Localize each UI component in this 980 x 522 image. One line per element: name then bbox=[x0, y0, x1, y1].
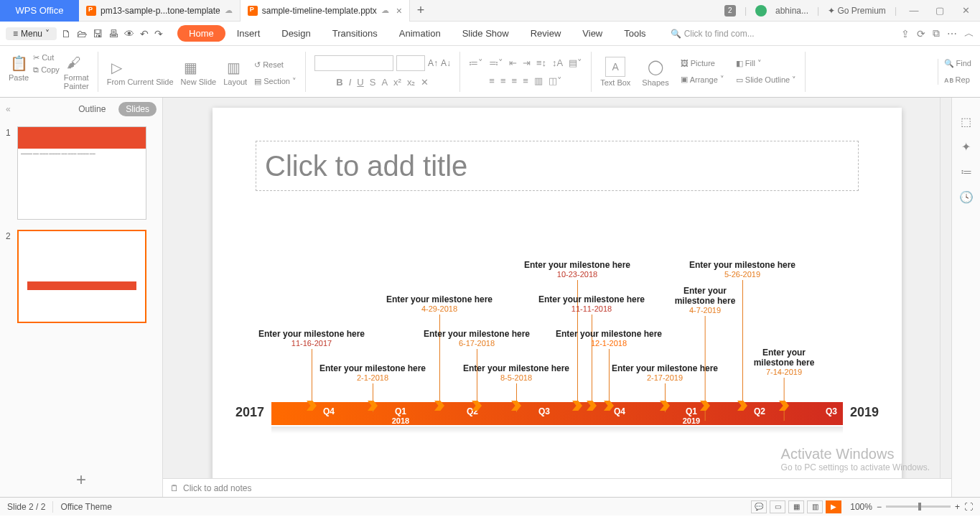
tab-transitions[interactable]: Transitions bbox=[322, 24, 388, 43]
undo-icon[interactable]: ↶ bbox=[140, 28, 149, 39]
tab-view[interactable]: View bbox=[572, 24, 612, 43]
textbox-icon[interactable]: A bbox=[605, 57, 625, 77]
user-name[interactable]: abhina... bbox=[775, 6, 808, 16]
section-button[interactable]: ▤ Section ˅ bbox=[254, 77, 297, 86]
tab-slideshow[interactable]: Slide Show bbox=[452, 24, 519, 43]
maximize-button[interactable]: ▢ bbox=[931, 5, 948, 16]
command-search[interactable]: 🔍 Click to find com... bbox=[671, 29, 755, 39]
reading-view-icon[interactable]: ▥ bbox=[807, 500, 823, 513]
normal-view-icon[interactable]: ▭ bbox=[770, 500, 785, 513]
history-icon[interactable]: 🕓 bbox=[959, 190, 974, 204]
from-current-button[interactable]: From Current Slide bbox=[107, 78, 174, 86]
textbox-button[interactable]: Text Box bbox=[600, 78, 630, 87]
user-avatar[interactable] bbox=[755, 5, 767, 17]
collapse-panel-icon[interactable]: « bbox=[6, 104, 11, 114]
close-window-button[interactable]: ✕ bbox=[957, 5, 974, 16]
zoom-slider[interactable] bbox=[886, 505, 951, 508]
bullets-icon[interactable]: ≔˅ bbox=[469, 57, 483, 68]
fit-screen-icon[interactable]: ⛶ bbox=[964, 502, 973, 512]
new-tab-button[interactable]: + bbox=[410, 3, 431, 18]
zoom-in-icon[interactable]: + bbox=[955, 502, 960, 512]
notification-badge[interactable]: 2 bbox=[724, 5, 736, 17]
shapes-button[interactable]: Shapes bbox=[642, 78, 668, 87]
new-icon[interactable]: 🗋 bbox=[61, 28, 71, 39]
collapse-ribbon-icon[interactable]: ︿ bbox=[964, 27, 974, 40]
arrange-button[interactable]: ▣ Arrange ˅ bbox=[681, 75, 724, 84]
clear-format-button[interactable]: ✕ bbox=[421, 77, 429, 88]
tab-insert[interactable]: Insert bbox=[227, 24, 271, 43]
line-spacing-icon[interactable]: ≡↕ bbox=[536, 57, 546, 68]
columns-icon[interactable]: ▥ bbox=[534, 75, 543, 86]
shapes-icon[interactable]: ◯ bbox=[645, 57, 666, 77]
tab-animation[interactable]: Animation bbox=[389, 24, 451, 43]
zoom-out-icon[interactable]: − bbox=[877, 502, 882, 512]
new-slide-icon[interactable]: ▦ bbox=[181, 57, 201, 78]
strike-button[interactable]: S bbox=[370, 77, 376, 88]
decrease-indent-icon[interactable]: ⇤ bbox=[509, 57, 517, 68]
align-center-icon[interactable]: ≡ bbox=[500, 75, 506, 86]
numbering-icon[interactable]: ≕˅ bbox=[489, 57, 503, 68]
align-right-icon[interactable]: ≡ bbox=[512, 75, 518, 86]
format-painter-icon[interactable]: 🖌 bbox=[64, 53, 84, 73]
slides-tab[interactable]: Slides bbox=[118, 102, 157, 116]
copy-button[interactable]: ⧉ Copy bbox=[33, 65, 60, 75]
text-direction-icon[interactable]: ↕A bbox=[552, 57, 563, 68]
document-tab-1[interactable]: pm13-sample-p...tone-template ☁ bbox=[79, 0, 241, 22]
font-name-input[interactable] bbox=[314, 55, 393, 71]
print-icon[interactable]: 🖶 bbox=[108, 28, 118, 39]
sorter-view-icon[interactable]: ▦ bbox=[788, 500, 804, 513]
underline-button[interactable]: U bbox=[357, 77, 363, 88]
increase-indent-icon[interactable]: ⇥ bbox=[523, 57, 531, 68]
preview-icon[interactable]: 👁 bbox=[124, 28, 134, 39]
more-icon[interactable]: ⋯ bbox=[947, 28, 957, 39]
layout-button[interactable]: Layout bbox=[223, 78, 247, 86]
layout-icon[interactable]: ▥ bbox=[223, 57, 243, 78]
share-icon[interactable]: ⇪ bbox=[901, 28, 910, 39]
slideshow-button[interactable]: ▶ bbox=[826, 500, 841, 513]
save-icon[interactable]: 🖫 bbox=[93, 28, 103, 39]
notes-pane[interactable]: 🗒 Click to add notes bbox=[163, 478, 951, 497]
italic-button[interactable]: I bbox=[349, 77, 352, 88]
object-icon[interactable]: ⬚ bbox=[961, 115, 971, 129]
slide-outline-button[interactable]: ▭ Slide Outline ˅ bbox=[736, 75, 796, 85]
slide-thumbnail-1[interactable]: ▬▬▬▬ ▬▬ ▬▬▬ ▬▬▬▬ ▬▬ ▬▬▬ ▬▬▬▬ ▬▬ bbox=[17, 126, 146, 220]
picture-button[interactable]: 🖼 Picture bbox=[681, 59, 715, 67]
settings-icon[interactable]: ⧉ bbox=[933, 27, 940, 39]
superscript-button[interactable]: x² bbox=[393, 77, 401, 88]
title-placeholder[interactable]: Click to add title bbox=[256, 141, 859, 191]
format-painter-button[interactable]: Format Painter bbox=[64, 73, 89, 90]
subscript-button[interactable]: x₂ bbox=[407, 77, 416, 88]
play-icon[interactable]: ▷ bbox=[107, 57, 127, 78]
smartart-icon[interactable]: ◫˅ bbox=[549, 75, 562, 86]
reset-button[interactable]: ↺ Reset bbox=[254, 60, 284, 70]
bold-button[interactable]: B bbox=[336, 77, 342, 88]
decrease-font-icon[interactable]: A↓ bbox=[441, 58, 451, 68]
tab-design[interactable]: Design bbox=[271, 24, 320, 43]
properties-icon[interactable]: ≔ bbox=[961, 165, 972, 179]
align-left-icon[interactable]: ≡ bbox=[489, 75, 495, 86]
sync-icon[interactable]: ⟳ bbox=[917, 28, 925, 39]
slide-canvas[interactable]: Click to add title 2017 2019 Q4Q12018Q2Q… bbox=[213, 108, 902, 478]
font-size-input[interactable] bbox=[396, 55, 425, 71]
vertical-scrollbar[interactable] bbox=[940, 98, 951, 478]
new-slide-button[interactable]: New Slide bbox=[181, 78, 217, 86]
redo-icon[interactable]: ↷ bbox=[154, 28, 163, 39]
close-icon[interactable]: × bbox=[396, 5, 402, 17]
slide-thumbnail-2[interactable] bbox=[17, 230, 146, 323]
main-menu-button[interactable]: ≡ Menu ˅ bbox=[6, 27, 57, 40]
tab-home[interactable]: Home bbox=[177, 25, 225, 42]
comments-icon[interactable]: 💬 bbox=[751, 500, 767, 513]
replace-button[interactable]: ᴀʙ Rep bbox=[944, 75, 970, 85]
add-slide-button[interactable]: + bbox=[0, 462, 162, 497]
justify-icon[interactable]: ≡ bbox=[523, 75, 528, 86]
paste-button[interactable]: Paste bbox=[9, 73, 29, 82]
document-tab-2[interactable]: sample-timeline-template.pptx ☁ × bbox=[241, 0, 410, 22]
tab-tools[interactable]: Tools bbox=[614, 24, 655, 43]
cut-button[interactable]: ✂ Cut bbox=[33, 53, 54, 62]
outline-tab[interactable]: Outline bbox=[71, 102, 113, 116]
increase-font-icon[interactable]: A↑ bbox=[428, 58, 438, 68]
tab-review[interactable]: Review bbox=[521, 24, 571, 43]
effects-icon[interactable]: ✦ bbox=[961, 140, 971, 154]
align-text-icon[interactable]: ▤˅ bbox=[569, 57, 582, 68]
minimize-button[interactable]: — bbox=[905, 5, 923, 16]
